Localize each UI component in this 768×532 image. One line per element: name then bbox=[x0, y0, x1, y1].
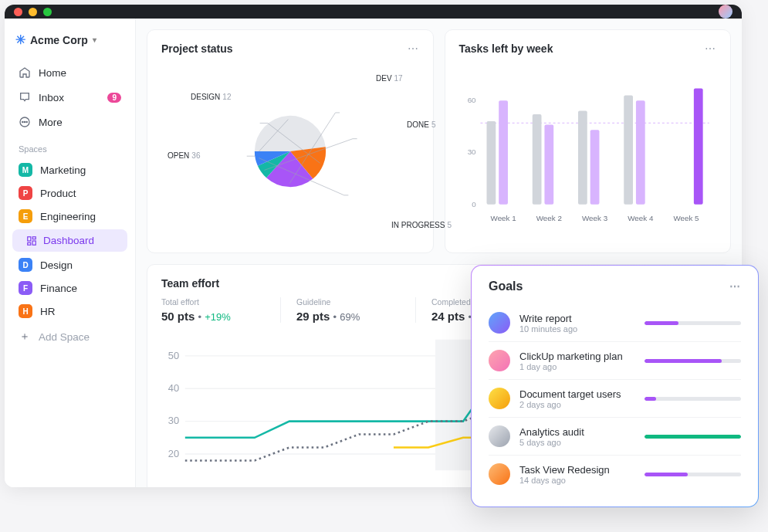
sidebar-space-engineering[interactable]: EEngineering bbox=[12, 205, 127, 228]
svg-text:Week 4: Week 4 bbox=[628, 214, 654, 222]
avatar bbox=[489, 425, 510, 447]
inbox-badge: 9 bbox=[107, 93, 121, 103]
titlebar bbox=[5, 5, 742, 19]
svg-text:Week 1: Week 1 bbox=[490, 214, 516, 222]
svg-text:60: 60 bbox=[467, 96, 475, 104]
goal-time: 14 days ago bbox=[519, 476, 635, 485]
card-title: Tasks left by week bbox=[459, 42, 553, 55]
sidebar-space-hr[interactable]: HHR bbox=[12, 300, 127, 323]
svg-rect-6 bbox=[32, 241, 36, 245]
goal-name: Task View Redesign bbox=[519, 464, 635, 476]
svg-text:30: 30 bbox=[467, 147, 475, 156]
card-title: Team effort bbox=[161, 277, 219, 290]
avatar bbox=[489, 388, 510, 409]
svg-rect-24 bbox=[693, 88, 702, 204]
goal-time: 2 days ago bbox=[519, 400, 635, 409]
sidebar-space-product[interactable]: PProduct bbox=[12, 181, 127, 205]
home-icon bbox=[19, 66, 31, 79]
goal-name: ClickUp marketing plan bbox=[519, 351, 635, 362]
goal-name: Document target users bbox=[519, 388, 635, 400]
goal-row[interactable]: ClickUp marketing plan1 day ago bbox=[489, 342, 741, 380]
tasks-left-chart: 03060Week 1Week 2Week 3Week 4Week 5 bbox=[459, 63, 717, 240]
goal-progress bbox=[645, 473, 741, 476]
pie-label-done: DONE5 bbox=[407, 120, 435, 129]
project-status-chart: OPEN36DESIGN12DEV17DONE5IN PROGRESS5 bbox=[161, 63, 419, 240]
avatar bbox=[489, 312, 510, 334]
traffic-lights bbox=[14, 8, 52, 16]
svg-text:0: 0 bbox=[472, 200, 476, 208]
space-badge-icon: H bbox=[19, 304, 32, 318]
goals-list: Write report10 minutes ago ClickUp marke… bbox=[489, 304, 741, 493]
space-label: Engineering bbox=[40, 211, 96, 222]
svg-rect-21 bbox=[624, 95, 633, 204]
workspace-name: Acme Corp bbox=[30, 34, 88, 46]
goal-row[interactable]: Write report10 minutes ago bbox=[489, 304, 741, 342]
svg-rect-13 bbox=[499, 100, 508, 205]
workspace-icon: ✳ bbox=[15, 32, 25, 47]
goal-progress bbox=[645, 435, 741, 439]
pie-label-design: DESIGN12 bbox=[191, 93, 231, 101]
nav-inbox-label: Inbox bbox=[39, 92, 64, 103]
pie-label-open: OPEN36 bbox=[167, 151, 200, 160]
spaces-section-label: Spaces bbox=[12, 135, 127, 157]
svg-point-1 bbox=[22, 121, 23, 122]
space-badge-icon: D bbox=[19, 258, 32, 272]
avatar bbox=[489, 350, 510, 371]
plus-icon: ＋ bbox=[19, 330, 31, 344]
sidebar: ✳ Acme Corp ▾ Home Inbox 9 bbox=[5, 19, 136, 487]
svg-rect-15 bbox=[532, 114, 541, 205]
goal-time: 5 days ago bbox=[519, 438, 635, 447]
svg-rect-7 bbox=[28, 242, 31, 245]
svg-point-3 bbox=[26, 121, 27, 122]
goal-time: 1 day ago bbox=[519, 362, 635, 371]
card-more-icon[interactable]: ⋯ bbox=[705, 42, 716, 55]
svg-text:Week 3: Week 3 bbox=[582, 214, 608, 222]
goals-panel: Goals ⋯ Write report10 minutes ago Click… bbox=[471, 265, 759, 507]
nav-inbox[interactable]: Inbox 9 bbox=[12, 86, 127, 109]
goal-row[interactable]: Task View Redesign14 days ago bbox=[489, 456, 741, 493]
svg-text:30: 30 bbox=[168, 415, 179, 426]
close-icon[interactable] bbox=[14, 8, 22, 16]
space-label: Finance bbox=[40, 283, 77, 294]
svg-text:Week 2: Week 2 bbox=[536, 214, 561, 222]
spaces-list: MMarketingPProductEEngineeringDashboardD… bbox=[12, 158, 127, 323]
stat-guideline: Guideline 29 pts • 69% bbox=[296, 297, 416, 323]
goal-time: 10 minutes ago bbox=[519, 324, 635, 334]
space-label: HR bbox=[40, 306, 56, 317]
workspace-switcher[interactable]: ✳ Acme Corp ▾ bbox=[12, 28, 127, 52]
space-label: Marketing bbox=[40, 164, 86, 176]
maximize-icon[interactable] bbox=[43, 8, 52, 16]
svg-point-2 bbox=[24, 121, 25, 122]
space-badge-icon: F bbox=[19, 281, 32, 295]
goal-progress bbox=[645, 359, 741, 363]
space-badge-icon: E bbox=[19, 209, 32, 223]
minimize-icon[interactable] bbox=[29, 8, 37, 16]
more-icon bbox=[19, 116, 31, 128]
sidebar-space-finance[interactable]: FFinance bbox=[12, 276, 127, 300]
nav-home-label: Home bbox=[39, 67, 66, 79]
svg-text:20: 20 bbox=[168, 448, 179, 459]
user-avatar[interactable] bbox=[719, 5, 732, 19]
sidebar-item-dashboard[interactable]: Dashboard bbox=[12, 229, 127, 252]
goal-row[interactable]: Analytics audit5 days ago bbox=[489, 418, 741, 456]
nav-home[interactable]: Home bbox=[12, 61, 127, 84]
avatar bbox=[489, 463, 510, 485]
svg-rect-18 bbox=[577, 111, 587, 205]
svg-rect-19 bbox=[590, 130, 599, 204]
sidebar-space-marketing[interactable]: MMarketing bbox=[12, 158, 127, 181]
space-badge-icon: M bbox=[19, 163, 32, 177]
goal-progress bbox=[645, 397, 741, 401]
chevron-down-icon: ▾ bbox=[93, 36, 96, 44]
svg-text:40: 40 bbox=[168, 382, 179, 394]
nav-more[interactable]: More bbox=[12, 110, 127, 134]
card-more-icon[interactable]: ⋯ bbox=[408, 42, 419, 55]
sidebar-space-design[interactable]: DDesign bbox=[12, 253, 127, 276]
dashboard-icon bbox=[26, 236, 37, 246]
goals-more-icon[interactable]: ⋯ bbox=[729, 280, 741, 293]
goal-row[interactable]: Document target users2 days ago bbox=[489, 380, 741, 418]
space-label: Design bbox=[40, 259, 73, 271]
svg-text:Week 5: Week 5 bbox=[673, 214, 699, 222]
svg-rect-5 bbox=[32, 236, 36, 239]
svg-text:50: 50 bbox=[168, 350, 179, 361]
add-space-button[interactable]: ＋ Add Space bbox=[12, 324, 127, 349]
